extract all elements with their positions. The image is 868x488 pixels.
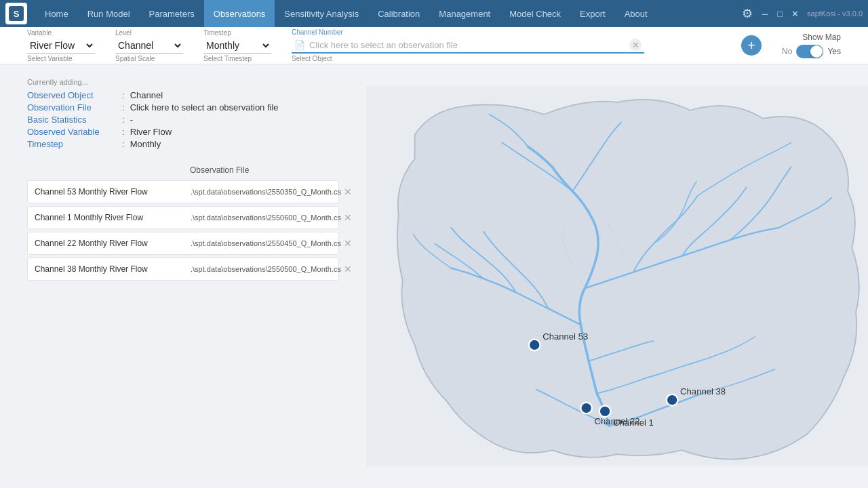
channel-1-label: Channel 1 [613, 418, 654, 428]
channel-1-dot[interactable] [599, 405, 611, 417]
show-map-toggle-row: No Yes [782, 45, 841, 58]
file-placeholder-text[interactable]: Click here to select an observation file [309, 40, 629, 50]
channel-53-label: Channel 53 [542, 331, 588, 342]
maximize-button[interactable]: □ [774, 8, 785, 19]
channel-label: Channel Number [292, 28, 718, 36]
timestep-select[interactable]: Monthly [203, 38, 271, 54]
meta-value: Monthly [130, 139, 161, 149]
obs-row-name: Channel 22 Monthly River Flow [35, 239, 191, 248]
currently-adding-label: Currently adding... [27, 78, 339, 86]
obs-row-name: Channel 53 Monthly River Flow [35, 187, 191, 197]
table-row: Channel 1 Monthly River Flow .\spt.data\… [27, 206, 339, 229]
channel-22-dot[interactable] [580, 403, 592, 414]
obs-row-name: Channel 1 Monthly River Flow [35, 213, 191, 222]
obs-table-header: Observation File [27, 163, 339, 178]
nav-item-sensitivity-analysis[interactable]: Sensitivity Analysis [275, 0, 368, 27]
meta-row: Observation File : Click here to select … [27, 102, 339, 113]
nav-item-model-check[interactable]: Model Check [500, 0, 570, 27]
col-file-header: Observation File [190, 165, 339, 175]
meta-row: Observed Object : Channel [27, 90, 339, 100]
toolbar: Variable River Flow Select Variable Leve… [0, 27, 868, 64]
app-logo: S [5, 3, 27, 24]
observation-file-input-row: 📄 Click here to select an observation fi… [292, 37, 644, 54]
meta-key: Observation File [27, 102, 122, 113]
level-sublabel: Spatial Scale [115, 55, 183, 62]
nav-item-about[interactable]: About [615, 0, 657, 27]
meta-sep: : [122, 102, 125, 113]
meta-value: Click here to select an observation file [130, 102, 279, 113]
meta-sep: : [122, 139, 125, 149]
meta-value: - [130, 115, 133, 125]
delete-obs-button[interactable]: ✕ [344, 186, 352, 197]
obs-table-body: Channel 53 Monthly River Flow .\spt.data… [27, 180, 339, 281]
obs-row-file: .\spt.data\observations\2550450_Q_Month.… [191, 239, 341, 247]
meta-table: Observed Object : ChannelObservation Fil… [27, 90, 339, 149]
toggle-no-label: No [782, 47, 792, 56]
timestep-sublabel: Select Timestep [203, 55, 271, 62]
nav-item-management[interactable]: Management [429, 0, 500, 27]
show-map-toggle[interactable] [796, 45, 823, 58]
table-row: Channel 22 Monthly River Flow .\spt.data… [27, 232, 339, 255]
map-panel: Channel 53 Channel 38 Channel 22 Channel… [366, 64, 868, 488]
show-map-label: Show Map [802, 33, 841, 42]
obs-row-file: .\spt.data\observations\2550500_Q_Month.… [191, 265, 341, 273]
nav-item-run-model[interactable]: Run Model [78, 0, 140, 27]
meta-key: Timestep [27, 139, 122, 149]
app-version: saptKosi - v3.0.0 [807, 9, 863, 18]
svg-text:S: S [14, 9, 20, 19]
file-icon: 📄 [294, 40, 305, 50]
variable-label: Variable [27, 29, 95, 37]
clear-file-button[interactable]: ✕ [629, 39, 642, 51]
window-controls: ─ □ ✕ [760, 8, 800, 19]
obs-row-file: .\spt.data\observations\2550350_Q_Month.… [191, 188, 341, 196]
show-map-group: Show Map No Yes [782, 33, 841, 58]
meta-value: Channel [130, 90, 163, 100]
nav-item-parameters[interactable]: Parameters [140, 0, 204, 27]
level-select[interactable]: Channel [115, 38, 183, 54]
timestep-label: Timestep [203, 29, 271, 37]
main-content: Currently adding... Observed Object : Ch… [0, 64, 868, 488]
close-button[interactable]: ✕ [789, 8, 800, 19]
channel-38-dot[interactable] [667, 394, 678, 406]
meta-sep: : [122, 115, 125, 125]
navbar: S HomeRun ModelParametersObservationsSen… [0, 0, 868, 27]
variable-select[interactable]: River Flow [27, 38, 95, 54]
toggle-knob [810, 45, 823, 58]
meta-key: Observed Variable [27, 127, 122, 137]
navbar-right: ⚙ ─ □ ✕ saptKosi - v3.0.0 [742, 6, 863, 21]
nav-item-home[interactable]: Home [35, 0, 78, 27]
meta-row: Observed Variable : River Flow [27, 127, 339, 137]
meta-key: Observed Object [27, 90, 122, 100]
col-name-header [27, 165, 190, 175]
variable-sublabel: Select Variable [27, 55, 95, 62]
meta-row: Basic Statistics : - [27, 115, 339, 125]
settings-icon[interactable]: ⚙ [742, 6, 753, 21]
timestep-group: Timestep Monthly Select Timestep [203, 29, 271, 62]
add-observation-button[interactable]: + [741, 35, 762, 56]
nav-item-export[interactable]: Export [570, 0, 615, 27]
meta-row: Timestep : Monthly [27, 139, 339, 149]
nav-item-observations[interactable]: Observations [204, 0, 275, 27]
table-row: Channel 38 Monthly River Flow .\spt.data… [27, 258, 339, 281]
variable-group: Variable River Flow Select Variable [27, 29, 95, 62]
delete-obs-button[interactable]: ✕ [344, 212, 352, 223]
minimize-button[interactable]: ─ [760, 8, 770, 19]
level-label: Level [115, 29, 183, 37]
channel-input-container: Channel Number 📄 Click here to select an… [292, 28, 718, 62]
delete-obs-button[interactable]: ✕ [344, 264, 352, 274]
nav-item-calibration[interactable]: Calibration [368, 0, 429, 27]
meta-sep: : [122, 90, 125, 100]
toggle-yes-label: Yes [827, 47, 841, 56]
obs-row-file: .\spt.data\observations\2550600_Q_Month.… [191, 214, 341, 222]
meta-value: River Flow [130, 127, 172, 137]
meta-sep: : [122, 127, 125, 137]
table-row: Channel 53 Monthly River Flow .\spt.data… [27, 180, 339, 203]
obs-row-name: Channel 38 Monthly River Flow [35, 264, 191, 274]
delete-obs-button[interactable]: ✕ [344, 238, 352, 249]
level-group: Level Channel Spatial Scale [115, 29, 183, 62]
left-panel: Currently adding... Observed Object : Ch… [0, 64, 366, 488]
channel-38-label: Channel 38 [680, 386, 726, 396]
channel-53-dot[interactable] [529, 340, 540, 351]
meta-key: Basic Statistics [27, 115, 122, 125]
channel-sublabel: Select Object [292, 55, 718, 62]
